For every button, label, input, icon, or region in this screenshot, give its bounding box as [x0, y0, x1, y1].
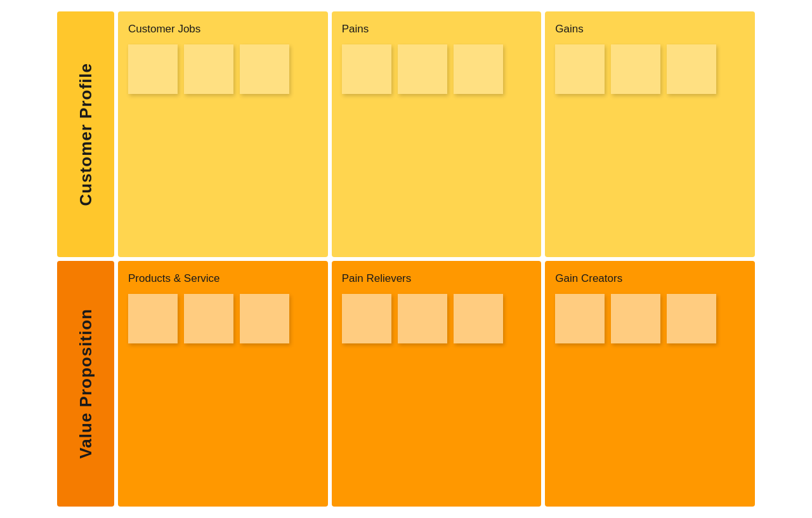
pains-cell: Pains — [332, 11, 542, 257]
customer-profile-label-cell: Customer Profile — [57, 11, 114, 257]
customer-jobs-cell: Customer Jobs — [118, 11, 328, 257]
sticky-note[interactable] — [667, 294, 716, 343]
sticky-note[interactable] — [611, 294, 660, 343]
gains-title: Gains — [555, 23, 745, 36]
sticky-note[interactable] — [454, 44, 503, 94]
sticky-note[interactable] — [398, 294, 447, 343]
gain-creators-notes — [555, 294, 745, 343]
value-proposition-row: Value Proposition Products & Service Pai… — [57, 261, 755, 507]
products-service-title: Products & Service — [128, 272, 318, 285]
sticky-note[interactable] — [342, 44, 391, 94]
sticky-note[interactable] — [555, 44, 605, 94]
pains-title: Pains — [342, 23, 532, 36]
pain-relievers-notes — [342, 294, 532, 343]
sticky-note[interactable] — [611, 44, 660, 94]
sticky-note[interactable] — [342, 294, 391, 343]
sticky-note[interactable] — [128, 44, 178, 94]
customer-profile-row: Customer Profile Customer Jobs Pains Gai… — [57, 11, 755, 257]
customer-profile-label: Customer Profile — [76, 63, 96, 206]
pain-relievers-title: Pain Relievers — [342, 272, 532, 285]
sticky-note[interactable] — [240, 294, 289, 343]
sticky-note[interactable] — [398, 44, 447, 94]
canvas: Customer Profile Customer Jobs Pains Gai… — [57, 11, 755, 507]
sticky-note[interactable] — [240, 44, 289, 94]
customer-jobs-notes — [128, 44, 318, 94]
gain-creators-title: Gain Creators — [555, 272, 745, 285]
value-proposition-label: Value Proposition — [76, 309, 96, 459]
sticky-note[interactable] — [184, 44, 233, 94]
value-proposition-label-cell: Value Proposition — [57, 261, 114, 507]
pain-relievers-cell: Pain Relievers — [332, 261, 542, 507]
sticky-note[interactable] — [555, 294, 605, 343]
sticky-note[interactable] — [454, 294, 503, 343]
sticky-note[interactable] — [128, 294, 178, 343]
sticky-note[interactable] — [184, 294, 233, 343]
gain-creators-cell: Gain Creators — [545, 261, 755, 507]
products-service-cell: Products & Service — [118, 261, 328, 507]
gains-cell: Gains — [545, 11, 755, 257]
pains-notes — [342, 44, 532, 94]
gains-notes — [555, 44, 745, 94]
sticky-note[interactable] — [667, 44, 716, 94]
products-service-notes — [128, 294, 318, 343]
customer-jobs-title: Customer Jobs — [128, 23, 318, 36]
